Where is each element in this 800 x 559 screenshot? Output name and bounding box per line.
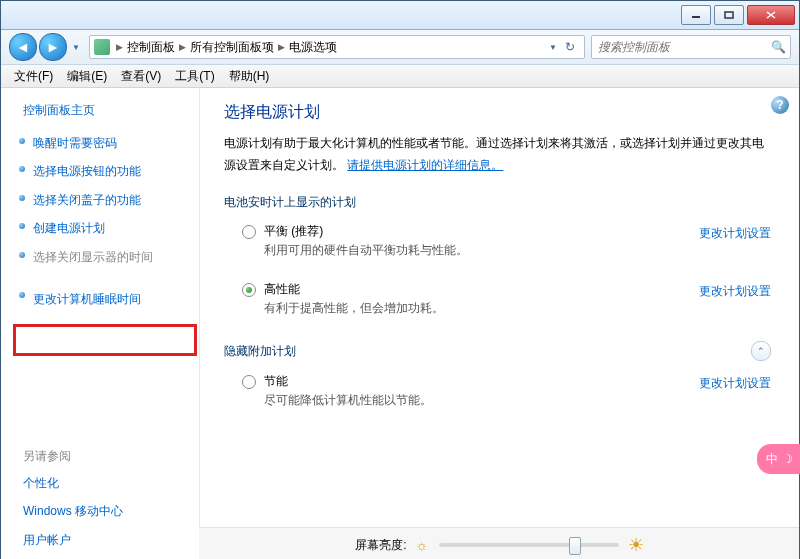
plan-radio-high-performance[interactable] <box>242 283 256 297</box>
bullet-icon <box>19 223 25 229</box>
sidebar-link-label: 唤醒时需要密码 <box>33 136 117 150</box>
sidebar-related-personalization[interactable]: 个性化 <box>1 469 199 497</box>
control-panel-icon <box>94 39 110 55</box>
plan-name: 节能 <box>264 373 681 390</box>
menu-edit[interactable]: 编辑(E) <box>60 66 114 87</box>
sidebar-link-label: 选择关闭盖子的功能 <box>33 193 141 207</box>
page-description: 电源计划有助于最大化计算机的性能或者节能。通过选择计划来将其激活，或选择计划并通… <box>224 133 771 176</box>
sidebar-link-label: 选择关闭显示器的时间 <box>33 250 153 264</box>
see-also-heading: 另请参阅 <box>1 442 199 469</box>
sidebar-link-sleep-time[interactable]: 更改计算机睡眠时间 <box>1 283 199 315</box>
sidebar-link-label: 创建电源计划 <box>33 221 105 235</box>
breadcrumb-item[interactable]: 所有控制面板项 <box>190 39 274 56</box>
page-title: 选择电源计划 <box>224 102 771 123</box>
sidebar-home-link[interactable]: 控制面板主页 <box>1 102 199 129</box>
section-hidden-plans: 隐藏附加计划 ⌃ 节能 尽可能降低计算机性能以节能。 更改计划设置 <box>224 341 771 413</box>
section-title: 隐藏附加计划 ⌃ <box>224 341 771 361</box>
menubar: 文件(F) 编辑(E) 查看(V) 工具(T) 帮助(H) <box>1 65 799 88</box>
sidebar-link-label: 选择电源按钮的功能 <box>33 164 141 178</box>
menu-file[interactable]: 文件(F) <box>7 66 60 87</box>
sidebar-link-create-plan[interactable]: 创建电源计划 <box>1 214 199 242</box>
chevron-right-icon: ▶ <box>278 42 285 52</box>
sidebar-related-user-accounts[interactable]: 用户帐户 <box>1 526 199 554</box>
breadcrumb[interactable]: ▶ 控制面板 ▶ 所有控制面板项 ▶ 电源选项 ▼ ↻ <box>89 35 585 59</box>
plan-desc: 有利于提高性能，但会增加功耗。 <box>264 300 681 317</box>
section-shown-plans: 电池安时计上显示的计划 平衡 (推荐) 利用可用的硬件自动平衡功耗与性能。 更改… <box>224 194 771 321</box>
plan-row-balanced: 平衡 (推荐) 利用可用的硬件自动平衡功耗与性能。 更改计划设置 <box>224 219 771 263</box>
nav-history-dropdown[interactable]: ▼ <box>69 36 83 58</box>
minimize-button[interactable] <box>681 5 711 25</box>
sidebar-link-power-button[interactable]: 选择电源按钮的功能 <box>1 157 199 185</box>
chevron-right-icon: ▶ <box>179 42 186 52</box>
sidebar-link-label: 更改计算机睡眠时间 <box>33 292 141 306</box>
sun-bright-icon: ☀ <box>629 538 643 552</box>
forward-button[interactable]: ► <box>39 33 67 61</box>
navbar: ◄ ► ▼ ▶ 控制面板 ▶ 所有控制面板项 ▶ 电源选项 ▼ ↻ 🔍 <box>1 30 799 65</box>
change-plan-link[interactable]: 更改计划设置 <box>699 225 771 242</box>
ime-label: 中 <box>766 451 778 468</box>
change-plan-link[interactable]: 更改计划设置 <box>699 283 771 300</box>
search-input[interactable] <box>596 39 771 55</box>
maximize-button[interactable] <box>714 5 744 25</box>
bullet-icon <box>19 292 25 298</box>
sidebar-link-display-off[interactable]: 选择关闭显示器的时间 <box>1 243 199 271</box>
breadcrumb-dropdown[interactable]: ▼ <box>546 36 560 58</box>
plan-radio-power-saver[interactable] <box>242 375 256 389</box>
sidebar-link-close-lid[interactable]: 选择关闭盖子的功能 <box>1 186 199 214</box>
breadcrumb-item[interactable]: 电源选项 <box>289 39 337 56</box>
section-title: 电池安时计上显示的计划 <box>224 194 771 211</box>
menu-tools[interactable]: 工具(T) <box>168 66 221 87</box>
search-icon: 🔍 <box>771 40 786 54</box>
plan-name: 高性能 <box>264 281 681 298</box>
menu-view[interactable]: 查看(V) <box>114 66 168 87</box>
section-title-text: 电池安时计上显示的计划 <box>224 194 356 211</box>
close-button[interactable] <box>747 5 795 25</box>
section-title-text: 隐藏附加计划 <box>224 343 296 360</box>
bullet-icon <box>19 138 25 144</box>
sidebar-related-mobility[interactable]: Windows 移动中心 <box>1 497 199 525</box>
help-icon[interactable]: ? <box>771 96 789 114</box>
plan-desc: 利用可用的硬件自动平衡功耗与性能。 <box>264 242 681 259</box>
brightness-label: 屏幕亮度: <box>355 537 406 554</box>
plan-name: 平衡 (推荐) <box>264 223 681 240</box>
slider-thumb[interactable] <box>569 537 581 555</box>
titlebar <box>1 1 799 30</box>
sun-dim-icon: ☼ <box>415 538 429 552</box>
bullet-icon <box>19 195 25 201</box>
info-link[interactable]: 请提供电源计划的详细信息。 <box>347 158 503 172</box>
search-box[interactable]: 🔍 <box>591 35 791 59</box>
svg-rect-1 <box>725 12 733 18</box>
brightness-slider[interactable] <box>439 543 619 547</box>
plan-row-power-saver: 节能 尽可能降低计算机性能以节能。 更改计划设置 <box>224 369 771 413</box>
back-button[interactable]: ◄ <box>9 33 37 61</box>
moon-icon: ☽ <box>782 452 793 466</box>
chevron-right-icon: ▶ <box>116 42 123 52</box>
collapse-button[interactable]: ⌃ <box>751 341 771 361</box>
sidebar: 控制面板主页 唤醒时需要密码 选择电源按钮的功能 选择关闭盖子的功能 创建电源计… <box>1 88 200 559</box>
bullet-icon <box>19 166 25 172</box>
content: ? 选择电源计划 电源计划有助于最大化计算机的性能或者节能。通过选择计划来将其激… <box>200 88 799 559</box>
plan-radio-balanced[interactable] <box>242 225 256 239</box>
bullet-icon <box>19 252 25 258</box>
plan-row-high-performance: 高性能 有利于提高性能，但会增加功耗。 更改计划设置 <box>224 277 771 321</box>
menu-help[interactable]: 帮助(H) <box>222 66 277 87</box>
sidebar-link-require-password[interactable]: 唤醒时需要密码 <box>1 129 199 157</box>
refresh-icon[interactable]: ↻ <box>560 40 580 54</box>
plan-desc: 尽可能降低计算机性能以节能。 <box>264 392 681 409</box>
change-plan-link[interactable]: 更改计划设置 <box>699 375 771 392</box>
breadcrumb-item[interactable]: 控制面板 <box>127 39 175 56</box>
brightness-footer: 屏幕亮度: ☼ ☀ <box>199 527 799 559</box>
ime-widget[interactable]: 中 ☽ <box>757 444 800 474</box>
